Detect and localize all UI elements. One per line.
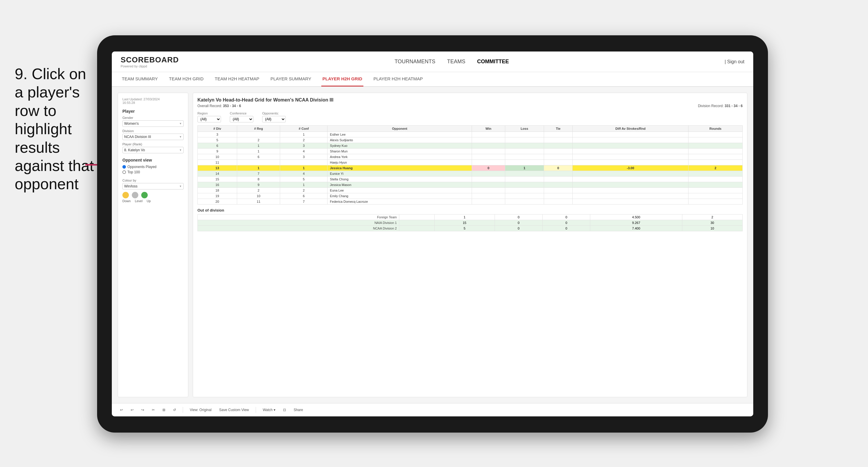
top-nav: SCOREBOARD Powered by clippd TOURNAMENTS…: [112, 52, 753, 72]
tablet-frame: SCOREBOARD Powered by clippd TOURNAMENTS…: [97, 35, 768, 433]
layout-button[interactable]: ⊡: [281, 407, 288, 413]
table-row[interactable]: 11 Haeju Hyun: [198, 160, 743, 165]
circle-down: [122, 192, 129, 198]
radio-dot-unselected: [122, 170, 126, 174]
col-conf: # Conf: [280, 126, 328, 132]
watch-button[interactable]: Watch ▾: [260, 407, 278, 413]
radio-top-100[interactable]: Top 100: [122, 170, 184, 174]
view-original-button[interactable]: View: Original: [187, 407, 214, 413]
gender-label: Gender: [122, 116, 184, 120]
logo-sub: Powered by clippd: [121, 64, 179, 68]
player-rank-label: Player (Rank): [122, 143, 184, 146]
filter-group-opponent: Opponents: (All): [262, 112, 286, 122]
overall-record-value: 353 - 34 - 6: [223, 104, 241, 108]
out-table-row[interactable]: NAIA Division 1 15 0 0 9.267 30: [198, 220, 743, 226]
conference-select[interactable]: (All): [230, 116, 253, 122]
tab-team-h2h-grid[interactable]: TEAM H2H GRID: [168, 72, 205, 87]
copy-button[interactable]: ⊞: [160, 407, 168, 413]
player-rank-select[interactable]: 8. Katelyn Vo: [122, 147, 184, 153]
region-select[interactable]: (All): [197, 116, 221, 122]
table-row[interactable]: 31 Esther Lee: [198, 132, 743, 137]
main-content: Last Updated: 27/03/2024 16:55:28 Player…: [112, 87, 753, 403]
opponent-view: Opponent view Opponents Played Top 100: [122, 158, 184, 174]
forward-button[interactable]: ↪: [139, 407, 147, 413]
toolbar-sep-1: [183, 407, 183, 413]
tablet-screen: SCOREBOARD Powered by clippd TOURNAMENTS…: [112, 52, 753, 416]
player-rank-value: 8. Katelyn Vo: [124, 148, 145, 152]
col-diff: Diff Av Strokes/Rnd: [572, 126, 688, 132]
gender-select[interactable]: Women's: [122, 120, 184, 127]
radio-dot-selected: [122, 165, 126, 168]
colour-labels: Down Level Up: [122, 199, 184, 203]
nav-teams[interactable]: TEAMS: [447, 57, 465, 66]
table-row[interactable]: 1474 Eunice Yi: [198, 171, 743, 177]
division-select[interactable]: NCAA Division III: [122, 133, 184, 140]
tab-player-summary[interactable]: PLAYER SUMMARY: [269, 72, 312, 87]
table-row[interactable]: 613 Sydney Kuo: [198, 143, 743, 149]
region-label: Region: [197, 112, 221, 115]
share-button[interactable]: Share: [291, 407, 305, 413]
division-record-value: 331 - 34 - 6: [725, 104, 743, 108]
radio-label-top100: Top 100: [127, 170, 140, 174]
table-row[interactable]: 914 Sharon Mun: [198, 149, 743, 154]
col-loss: Loss: [505, 126, 544, 132]
colour-by-section: Colour by Win/loss Down Level Up: [122, 179, 184, 203]
opponent-select[interactable]: (All): [262, 116, 286, 122]
conference-label: Conference: [230, 112, 253, 115]
division-record-label: Division Record:: [698, 104, 723, 108]
nav-committee[interactable]: COMMITTEE: [477, 57, 509, 66]
table-row-selected[interactable]: 1311 Jessica Huang 0 1 0 -3.00 2: [198, 165, 743, 171]
radio-label-opponents: Opponents Played: [127, 165, 157, 169]
sign-out: | Sign out: [725, 59, 744, 64]
toolbar-sep-2: [256, 407, 256, 413]
save-custom-view-button[interactable]: Save Custom View: [217, 407, 251, 413]
undo-button[interactable]: ↩: [118, 407, 125, 413]
radio-opponents-played[interactable]: Opponents Played: [122, 165, 184, 169]
col-opponent: Opponent: [328, 126, 472, 132]
out-table-row[interactable]: Foreign Team 1 0 0 4.500 2: [198, 215, 743, 220]
table-row[interactable]: 1585 Stella Chong: [198, 177, 743, 182]
table-row[interactable]: 20117 Federica Domecq Lacroze: [198, 199, 743, 205]
out-table-row[interactable]: NCAA Division 2 5 0 0 7.400 10: [198, 226, 743, 231]
filter-row: Region (All) Conference (All) Opponents:: [197, 112, 743, 122]
instruction-body: Click on a player's row to highlight res…: [15, 65, 94, 192]
table-row[interactable]: 1691 Jessica Mason: [198, 182, 743, 188]
logo-area: SCOREBOARD Powered by clippd: [121, 55, 179, 68]
out-of-division-table: Foreign Team 1 0 0 4.500 2 NAIA Division…: [197, 214, 743, 231]
cut-button[interactable]: ✂: [150, 407, 157, 413]
col-reg: # Reg: [237, 126, 280, 132]
tab-team-summary[interactable]: TEAM SUMMARY: [121, 72, 159, 87]
sidebar-section-player: Player: [122, 109, 184, 114]
colour-by-value: Win/loss: [124, 184, 137, 188]
division-value: NCAA Division III: [124, 135, 151, 139]
colour-by-select[interactable]: Win/loss: [122, 183, 184, 189]
table-row[interactable]: 1822 Euna Lee: [198, 188, 743, 193]
logo-text: SCOREBOARD: [121, 55, 179, 64]
nav-tournaments[interactable]: TOURNAMENTS: [395, 57, 435, 66]
col-tie: Tie: [544, 126, 572, 132]
timestamp-value: 16:55:28: [122, 101, 135, 104]
grid-area: Katelyn Vo Head-to-Head Grid for Women's…: [193, 93, 747, 397]
col-rounds: Rounds: [688, 126, 743, 132]
redo-button[interactable]: ↩: [128, 407, 136, 413]
sidebar-timestamp: Last Updated: 27/03/2024 16:55:28: [122, 97, 184, 104]
table-row[interactable]: 522 Alexis Sudjianto: [198, 137, 743, 143]
grid-title: Katelyn Vo Head-to-Head Grid for Women's…: [197, 97, 743, 103]
tab-player-h2h-heatmap[interactable]: PLAYER H2H HEATMAP: [372, 72, 424, 87]
table-row[interactable]: 1063 Andrea York: [198, 154, 743, 160]
col-div: # Div: [198, 126, 237, 132]
main-data-table: # Div # Reg # Conf Opponent Win Loss Tie…: [197, 125, 743, 205]
sign-out-link[interactable]: Sign out: [727, 59, 744, 64]
tab-team-h2h-heatmap[interactable]: TEAM H2H HEATMAP: [214, 72, 260, 87]
circle-up: [141, 192, 148, 198]
division-label: Division: [122, 129, 184, 133]
table-row[interactable]: 19106 Emily Chang: [198, 193, 743, 199]
refresh-button[interactable]: ↺: [170, 407, 178, 413]
sidebar: Last Updated: 27/03/2024 16:55:28 Player…: [118, 93, 188, 397]
overall-record-label: Overall Record:: [197, 104, 222, 108]
main-nav: TOURNAMENTS TEAMS COMMITTEE: [395, 57, 509, 66]
tab-player-h2h-grid[interactable]: PLAYER H2H GRID: [321, 72, 363, 87]
col-win: Win: [472, 126, 505, 132]
instruction-text: 9. Click on a player's row to highlight …: [15, 65, 97, 193]
out-of-division-header: Out of division: [197, 208, 743, 213]
